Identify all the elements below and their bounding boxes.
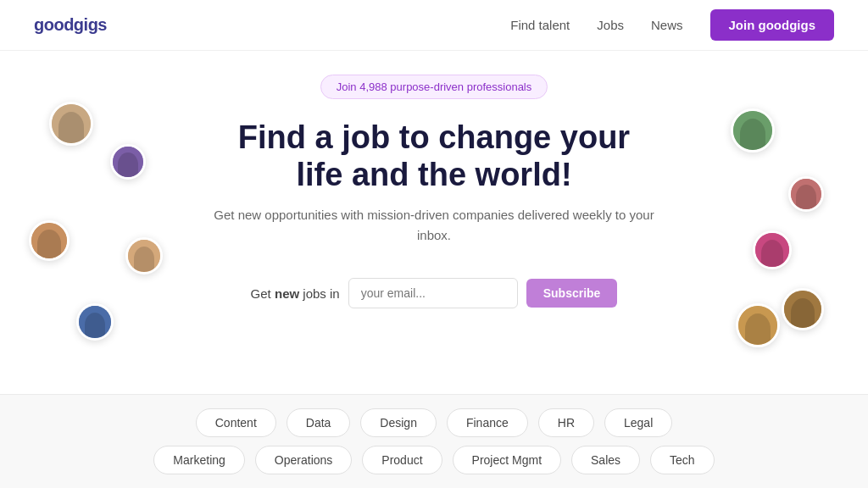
nav-news[interactable]: News [651,18,683,32]
category-row-1: ContentDataDesignFinanceHRLegal [34,408,834,437]
main-nav: Find talent Jobs News Join goodgigs [510,9,834,41]
avatar-5 [76,303,114,341]
category-tag[interactable]: Data [287,408,351,437]
category-tag[interactable]: HR [538,408,594,437]
logo: goodgigs [34,15,107,35]
nav-find-talent[interactable]: Find talent [510,18,570,32]
category-tag[interactable]: Design [360,408,437,437]
hero-heading: Find a job to change your life and the w… [214,119,654,193]
category-row-2: MarketingOperationsProductProject MgmtSa… [34,446,834,474]
category-tag[interactable]: Legal [604,408,672,437]
main-content: Join 4,988 purpose-driven professionals … [0,51,868,488]
category-tag[interactable]: Finance [447,408,528,437]
subscribe-row: Get new jobs in Subscribe [251,278,618,308]
join-badge: Join 4,988 purpose-driven professionals [320,75,548,99]
avatar-9 [782,288,824,330]
hero-subtext: Get new opportunities with mission-drive… [214,205,654,246]
hero-section: Find a job to change your life and the w… [214,119,654,246]
nav-jobs[interactable]: Jobs [597,18,624,32]
avatar-6 [731,108,775,152]
avatar-10 [736,303,780,347]
avatar-8 [753,230,792,269]
avatar-1 [49,102,93,146]
subscribe-label: Get new jobs in [251,286,340,301]
categories-section: ContentDataDesignFinanceHRLegal Marketin… [0,394,868,488]
subscribe-bold: new [275,286,299,301]
avatar-3 [29,220,70,261]
category-tag[interactable]: Sales [571,446,640,474]
category-tag[interactable]: Content [196,408,276,437]
category-tag[interactable]: Product [362,446,442,474]
join-button[interactable]: Join goodgigs [710,9,835,41]
category-tag[interactable]: Tech [650,446,715,474]
category-tag[interactable]: Operations [255,446,352,474]
category-tag[interactable]: Project Mgmt [453,446,561,474]
email-input[interactable] [348,278,518,308]
avatar-4 [125,237,163,274]
subscribe-button[interactable]: Subscribe [526,279,618,308]
avatar-2 [110,144,146,180]
avatar-7 [788,176,824,212]
category-tag[interactable]: Marketing [153,446,244,474]
